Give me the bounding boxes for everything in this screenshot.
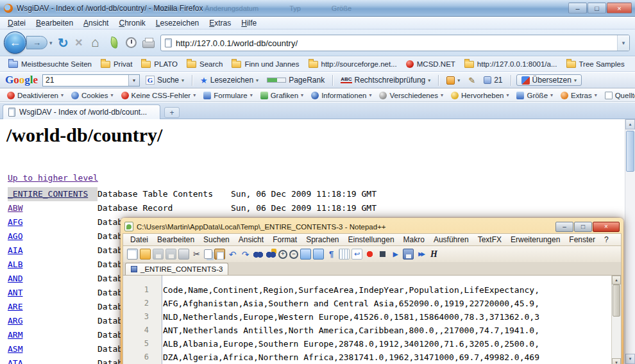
menu-item[interactable]: Sprachen	[301, 235, 343, 245]
menu-item[interactable]: Ansicht	[234, 235, 268, 245]
menu-item[interactable]: Datei	[3, 18, 31, 28]
resource-link[interactable]: ARM	[8, 328, 97, 342]
resource-link[interactable]: ANT	[8, 286, 97, 300]
maximize-button[interactable]: □	[588, 3, 606, 13]
replace-icon[interactable]	[266, 249, 276, 260]
print-button-icon[interactable]	[142, 40, 155, 48]
webdev-menu-item[interactable]: Cookies ▾	[67, 91, 117, 100]
open-folder-icon[interactable]	[140, 249, 151, 260]
bookmark-item[interactable]: Meistbesuchte Seiten	[4, 59, 96, 69]
url-bar[interactable]: http://127.0.0.1/world-db/country/ ▾	[160, 35, 630, 51]
url-dropdown-button[interactable]: ▾	[617, 35, 629, 51]
notepadpp-window[interactable]: C:\Users\Martin\AppData\Local\Temp\_ENTI…	[121, 218, 623, 364]
menu-item[interactable]: Makro	[399, 235, 429, 245]
home-icon[interactable]: ⌂	[91, 35, 99, 50]
line-text[interactable]: ALB,Albania,Europe,Southern Europe,28748…	[155, 337, 539, 351]
indent-guide-icon[interactable]	[339, 249, 350, 260]
line-text[interactable]: NLD,Netherlands,Europe,Western Europe,41…	[155, 310, 539, 324]
google-autofill-button[interactable]: ✎	[466, 75, 478, 86]
google-gadget-button[interactable]: ▾	[444, 76, 462, 85]
resource-link[interactable]: AGO	[8, 229, 97, 244]
bookmark-item[interactable]: Tree Samples	[562, 59, 629, 69]
menu-item[interactable]: Chronik	[114, 18, 150, 28]
cut-icon[interactable]: ✂	[191, 249, 202, 260]
close-button[interactable]: ×	[607, 3, 632, 13]
redo-icon[interactable]: ↷	[240, 249, 251, 260]
google-search-input[interactable]: 21	[43, 76, 128, 85]
show-all-chars-icon[interactable]: ¶	[326, 249, 337, 260]
scroll-down-icon[interactable]: ▾	[612, 358, 621, 364]
resource-link[interactable]: AFG	[8, 215, 97, 229]
maximize-button[interactable]: □	[574, 222, 592, 232]
firefox-titlebar[interactable]: WsgiDAV - Index of /world-db/country/ - …	[0, 0, 635, 17]
line-text[interactable]: AFG,Afghanistan,Asia,Southern and Centra…	[155, 297, 539, 310]
editor-scrollbar[interactable]: ▴ ▾	[611, 276, 621, 364]
editor-line[interactable]: 4ANT,Netherlands Antilles,North America,…	[123, 324, 621, 337]
webdev-menu-item[interactable]: Formulare ▾	[199, 91, 256, 100]
resource-link[interactable]: AIA	[8, 244, 97, 258]
record-macro-icon[interactable]	[364, 249, 375, 260]
resource-link[interactable]: ALB	[8, 258, 97, 272]
run-macro-multi-icon[interactable]: ▶▶	[416, 249, 427, 260]
bookmark-item[interactable]: MCSD.NET	[402, 59, 460, 69]
menu-item[interactable]: Bearbeiten	[153, 235, 199, 245]
bookmark-item[interactable]: Search	[182, 59, 227, 69]
html-preview-icon[interactable]: H	[428, 249, 439, 260]
page-scrollbar[interactable]: ▴ ▾	[625, 119, 635, 364]
menu-item[interactable]: TextFX	[473, 235, 506, 245]
scroll-up-icon[interactable]: ▴	[625, 119, 635, 129]
editor-line[interactable]: 2AFG,Afghanistan,Asia,Southern and Centr…	[123, 297, 621, 310]
menu-item[interactable]: Format	[268, 235, 301, 245]
webdev-menu-item[interactable]: Extras ▾	[557, 91, 601, 100]
find-icon[interactable]	[253, 249, 264, 260]
menu-item[interactable]: ?	[600, 235, 613, 245]
play-macro-icon[interactable]: ▶	[390, 249, 401, 260]
google-search-dropdown-icon[interactable]: ▾	[128, 75, 139, 86]
menu-item[interactable]: Einstellungen	[344, 235, 399, 245]
scroll-up-icon[interactable]: ▴	[612, 276, 621, 285]
paste-icon[interactable]	[214, 249, 225, 260]
sync-h-icon[interactable]	[313, 249, 324, 260]
scrollbar-thumb[interactable]	[613, 285, 620, 317]
bookmark-item[interactable]: http://127.0.0.1:8001/a...	[460, 59, 562, 69]
sync-v-icon[interactable]	[300, 249, 311, 260]
google-pagerank-widget[interactable]: PageRank	[264, 75, 327, 85]
bookmark-item[interactable]: http://sourceforge.net...	[304, 59, 402, 69]
resource-link[interactable]: ABW	[8, 201, 97, 215]
google-search-box[interactable]: 21 ▾	[42, 74, 140, 87]
minimize-button[interactable]: –	[568, 3, 587, 13]
stop-icon[interactable]: ×	[75, 35, 83, 50]
webdev-menu-item[interactable]: Verschiedenes ▾	[375, 91, 446, 100]
editor-line[interactable]: 3NLD,Netherlands,Europe,Western Europe,4…	[123, 310, 621, 324]
scrollbar-thumb[interactable]	[626, 131, 634, 172]
menu-item[interactable]: Hilfe	[236, 18, 262, 28]
editor-line[interactable]: 6DZA,Algeria,Africa,Northern Africa,2381…	[123, 351, 621, 364]
notepadpp-titlebar[interactable]: C:\Users\Martin\AppData\Local\Temp\_ENTI…	[123, 220, 622, 233]
webdev-menu-item[interactable]: Keine CSS-Fehler ▾	[117, 91, 200, 100]
google-search-button[interactable]: G Suche ▾	[143, 75, 187, 85]
history-dropdown-icon[interactable]: ▾	[49, 40, 53, 46]
menu-item[interactable]: Suchen	[199, 235, 234, 245]
copy-icon[interactable]	[204, 249, 212, 259]
save-all-icon[interactable]	[165, 249, 176, 260]
menu-item[interactable]: Erweiterungen	[506, 235, 564, 245]
line-text[interactable]: ANT,Netherlands Antilles,North America,C…	[155, 324, 539, 337]
minimize-button[interactable]: –	[555, 222, 573, 232]
google-bookmarks-button[interactable]: ★ Lesezeichen ▾	[198, 75, 261, 86]
save-macro-icon[interactable]	[403, 249, 414, 260]
line-text[interactable]: Code,Name,Continent,Region,SurfaceArea,I…	[155, 283, 539, 297]
webdev-menu-item[interactable]: Hervorheben ▾	[447, 91, 513, 100]
clock-addon-icon[interactable]	[126, 37, 137, 48]
scroll-down-icon[interactable]: ▾	[625, 354, 635, 364]
menu-item[interactable]: Bearbeiten	[31, 18, 78, 28]
bookmark-item[interactable]: Finn und Jannes	[227, 59, 303, 69]
webdev-menu-item[interactable]: Deaktivieren ▾	[3, 91, 67, 100]
print-icon[interactable]	[178, 249, 189, 260]
menu-item[interactable]: Datei	[126, 235, 153, 245]
new-tab-button[interactable]: +	[164, 107, 180, 118]
stop-macro-icon[interactable]	[377, 249, 388, 260]
google-counter[interactable]: 21	[481, 75, 505, 85]
bookmark-item[interactable]: Privat	[96, 59, 137, 69]
editor-area[interactable]: 1Code,Name,Continent,Region,SurfaceArea,…	[123, 276, 622, 364]
url-input[interactable]: http://127.0.0.1/world-db/country/	[176, 38, 617, 48]
